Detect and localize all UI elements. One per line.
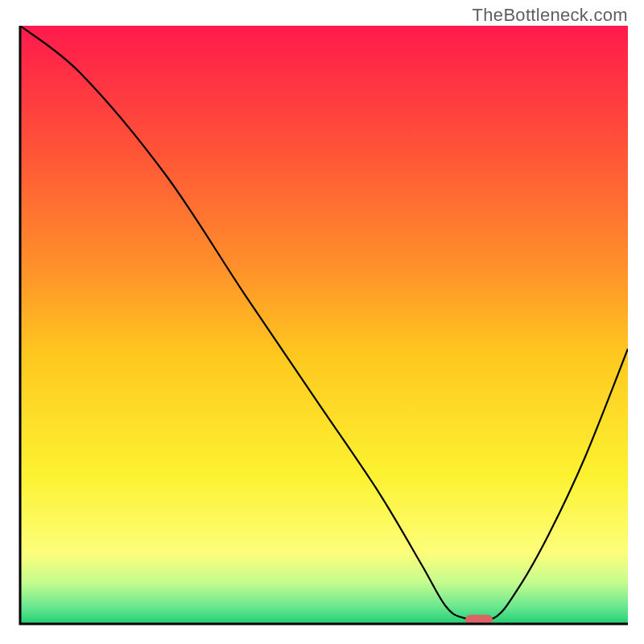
plot-area bbox=[16, 26, 628, 628]
chart-container: TheBottleneck.com bbox=[0, 0, 644, 644]
watermark-text: TheBottleneck.com bbox=[473, 5, 628, 26]
gradient-background bbox=[20, 26, 628, 624]
chart-svg bbox=[16, 26, 628, 628]
